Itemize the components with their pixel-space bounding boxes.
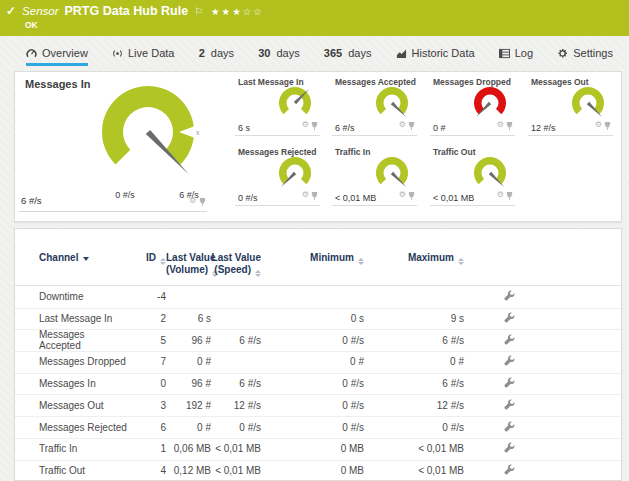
sort-toggle-icon [255,270,261,277]
channel-table: ChannelIDLast Value(Volume)Last Value(Sp… [14,228,622,481]
row-actions-cell [464,442,524,455]
wrench-icon[interactable] [504,312,515,323]
channel-name-cell: Messages In [15,378,127,389]
channel-link[interactable]: Downtime [39,291,83,302]
channel-link[interactable]: Last Message In [39,313,112,324]
id-cell: 0 [127,378,166,389]
minimum-cell: 0 MB [261,465,364,476]
pin-icon[interactable] [311,116,318,134]
minimum-cell: 0 #/s [261,378,364,389]
channel-link[interactable]: Messages Rejected [39,422,127,433]
column-header-line: (Volume) [166,264,211,277]
tab-30-days[interactable]: 30days [258,47,300,66]
gear-icon[interactable]: ⚙ [302,191,309,199]
gauge-value: 0 #/s [238,193,258,203]
row-actions-cell [464,355,524,368]
tab-log[interactable]: Log [499,47,533,66]
last-value-volume-cell: 6 s [166,313,211,324]
gauge-cell-traffic-out: Traffic Out< 0,01 MB⚙ [426,144,523,214]
gear-icon[interactable]: ⚙ [595,121,602,129]
column-header-channel[interactable]: Channel [15,252,127,264]
tab-live-data[interactable]: Live Data [112,47,174,66]
table-row: Messages Accepted596 #6 #/s0 #/s6 #/s [15,329,621,352]
row-actions-cell [464,421,524,434]
gear-icon[interactable]: ⚙ [302,121,309,129]
row-actions-cell [464,312,524,325]
column-header-id[interactable]: ID [127,252,166,265]
gear-icon[interactable]: ⚙ [497,191,504,199]
id-cell: 7 [127,356,166,367]
last-value-speed-cell: < 0,01 MB [211,443,261,454]
gear-icon[interactable]: ⚙ [189,197,196,205]
gauge-value: < 0,01 MB [335,193,376,203]
channel-link[interactable]: Traffic In [39,443,77,454]
tab-label: days [276,47,299,59]
channel-name-cell: Messages Dropped [15,356,127,367]
tab-2-days[interactable]: 2days [199,47,234,66]
maximum-cell: 6 #/s [364,378,464,389]
divider [332,135,417,136]
pin-icon[interactable] [408,116,415,134]
column-header-label: (Volume) [166,264,208,275]
channel-name-cell: Messages Rejected [15,422,127,433]
pin-icon[interactable] [604,116,611,134]
maximum-cell: 6 #/s [364,335,464,346]
pin-icon[interactable] [506,186,513,204]
wrench-icon[interactable] [504,377,515,388]
channel-link[interactable]: Messages Dropped [39,356,126,367]
tab-365-days[interactable]: 365days [324,47,372,66]
column-header-label: ID [146,252,156,263]
pin-icon[interactable] [506,116,513,134]
svg-text:x: x [196,129,200,136]
wrench-icon[interactable] [504,399,515,410]
tab-settings[interactable]: Settings [557,47,613,66]
tab-number: 365 [324,47,342,59]
column-header-last-value[interactable]: Last Value(Volume) [166,252,211,277]
minimum-cell: 0 #/s [261,335,364,346]
column-header-maximum[interactable]: Maximum [364,252,464,265]
column-header-line: ID [127,252,166,265]
gauge-actions: ⚙ [302,116,318,134]
gauge-cell-messages-out: Messages Out12 #/s⚙ [524,74,621,144]
column-header-line: Last Value [166,252,211,264]
channel-link[interactable]: Messages In [39,378,96,389]
tab-number: 2 [199,47,205,59]
pin-icon[interactable] [311,186,318,204]
wrench-icon[interactable] [504,421,515,432]
pin-icon[interactable] [408,186,415,204]
tab-label: Log [515,47,533,59]
id-cell: 6 [127,422,166,433]
sensor-header-row: ✓ Sensor PRTG Data Hub Rule ⚐ ★★★☆☆ [6,4,264,18]
channel-link[interactable]: Messages Out [39,400,103,411]
flag-icon[interactable]: ⚐ [194,6,203,17]
id-cell: 1 [127,443,166,454]
wrench-icon[interactable] [504,355,515,366]
gauges-panel: Messages In x 0 #/s 6 #/s 6 #/s ⚙ Last M… [14,71,622,222]
gauge-actions: ⚙ [399,116,415,134]
column-header-minimum[interactable]: Minimum [261,252,364,265]
tab-historic-data[interactable]: Historic Data [396,47,475,66]
priority-stars[interactable]: ★★★☆☆ [211,6,264,17]
gear-icon[interactable]: ⚙ [399,121,406,129]
channel-name-cell: Messages Out [15,400,127,411]
column-header-label: Last Value [212,252,261,263]
channel-link[interactable]: Messages Accepted [39,329,85,351]
maximum-cell: 12 #/s [364,400,464,411]
main-gauge[interactable]: x [83,74,213,194]
channel-link[interactable]: Traffic Out [39,465,85,476]
wrench-icon[interactable] [504,290,515,301]
wrench-icon[interactable] [504,464,515,475]
wrench-icon[interactable] [504,334,515,345]
pin-icon[interactable] [199,192,206,210]
column-header-last-value[interactable]: Last Value(Speed) [211,252,261,277]
gear-icon[interactable]: ⚙ [497,121,504,129]
tab-overview[interactable]: Overview [26,47,88,66]
gauge-actions: ⚙ [399,186,415,204]
row-actions-cell [464,399,524,412]
wrench-icon[interactable] [504,442,515,453]
minimum-cell: 0 MB [261,443,364,454]
tab-label: Live Data [128,47,174,59]
column-header-line: Minimum [261,252,364,265]
row-actions-cell [464,290,524,303]
gear-icon[interactable]: ⚙ [399,191,406,199]
